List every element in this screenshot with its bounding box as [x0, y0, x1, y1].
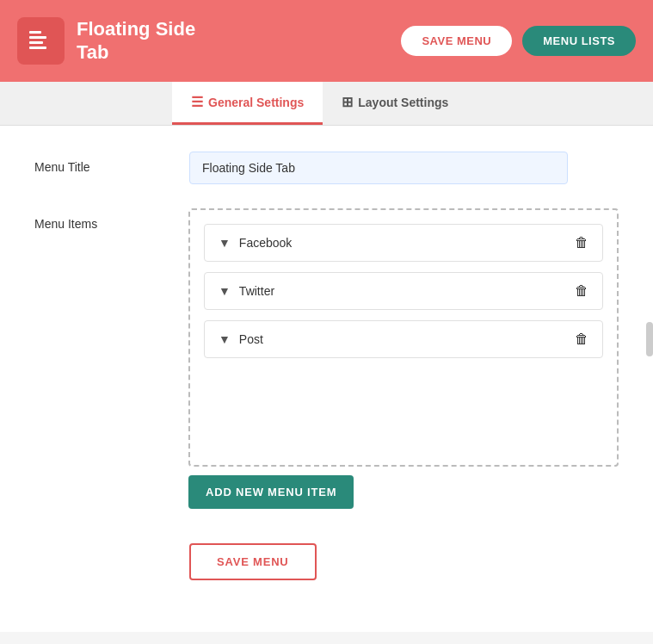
svg-rect-1 [29, 36, 46, 39]
tab-layout-label: Layout Settings [358, 96, 448, 109]
app-logo [17, 17, 65, 65]
scrollbar[interactable] [646, 322, 653, 356]
svg-rect-3 [29, 46, 46, 49]
chevron-down-icon: ▼ [219, 332, 231, 346]
menu-lists-button[interactable]: MENU LISTS [522, 26, 636, 56]
menu-item-twitter: ▼ Twitter 🗑 [204, 272, 603, 310]
app-header: Floating Side Tab SAVE MENU MENU LISTS [0, 0, 653, 82]
menu-title-field [189, 152, 619, 184]
tab-general-settings[interactable]: ☰ General Settings [172, 82, 323, 125]
bottom-save-section: SAVE MENU [34, 543, 619, 606]
menu-items-label: Menu Items [34, 208, 188, 231]
menu-items-field: ▼ Facebook 🗑 ▼ Twitter 🗑 ▼ Post [188, 208, 619, 509]
menu-title-label: Menu Title [34, 152, 189, 174]
delete-facebook-button[interactable]: 🗑 [575, 235, 588, 251]
svg-rect-2 [29, 41, 43, 44]
header-actions: SAVE MENU MENU LISTS [401, 26, 636, 56]
chevron-down-icon: ▼ [219, 236, 231, 250]
menu-item-facebook-label: Facebook [239, 236, 292, 250]
add-new-menu-item-button[interactable]: ADD NEW MENU ITEM [188, 475, 354, 509]
svg-rect-0 [29, 31, 41, 34]
menu-icon [26, 26, 57, 57]
menu-title-row: Menu Title [34, 152, 619, 184]
save-menu-header-button[interactable]: SAVE MENU [401, 26, 512, 56]
menu-item-facebook: ▼ Facebook 🗑 [204, 224, 603, 262]
main-content: Menu Title Menu Items ▼ Facebook 🗑 ▼ [0, 126, 653, 632]
tab-general-label: General Settings [208, 96, 304, 109]
tabs-bar: ☰ General Settings ⊞ Layout Settings [0, 82, 653, 126]
lines-icon: ☰ [191, 94, 203, 110]
header-brand: Floating Side Tab [17, 17, 195, 65]
menu-item-post: ▼ Post 🗑 [204, 320, 603, 358]
menu-title-input[interactable] [189, 152, 568, 184]
tab-layout-settings[interactable]: ⊞ Layout Settings [323, 82, 467, 125]
menu-items-container: ▼ Facebook 🗑 ▼ Twitter 🗑 ▼ Post [188, 208, 619, 467]
app-title: Floating Side Tab [77, 18, 195, 64]
delete-post-button[interactable]: 🗑 [575, 331, 588, 347]
save-menu-bottom-button[interactable]: SAVE MENU [189, 543, 317, 580]
layout-icon: ⊞ [342, 94, 353, 110]
menu-items-row: Menu Items ▼ Facebook 🗑 ▼ Twitter 🗑 [34, 208, 619, 509]
menu-item-post-label: Post [239, 332, 263, 346]
chevron-down-icon: ▼ [219, 284, 231, 298]
delete-twitter-button[interactable]: 🗑 [575, 283, 588, 299]
menu-item-twitter-label: Twitter [239, 284, 274, 298]
